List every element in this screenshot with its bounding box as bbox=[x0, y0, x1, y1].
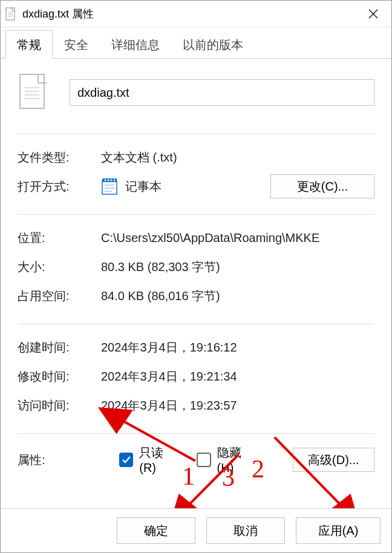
svg-point-15 bbox=[111, 180, 113, 182]
ok-button[interactable]: 确定 bbox=[117, 517, 195, 544]
advanced-button[interactable]: 高级(D)... bbox=[293, 448, 374, 472]
modified-value: 2024年3月4日，19:21:34 bbox=[101, 368, 374, 385]
notepad-icon bbox=[101, 177, 118, 195]
change-button[interactable]: 更改(C)... bbox=[270, 174, 374, 198]
svg-rect-11 bbox=[102, 181, 117, 194]
properties-dialog: dxdiag.txt 属性 常规 安全 详细信息 以前的版本 bbox=[0, 0, 392, 553]
tab-general[interactable]: 常规 bbox=[5, 30, 53, 59]
hidden-label: 隐藏(H) bbox=[217, 445, 256, 475]
tab-strip: 常规 安全 详细信息 以前的版本 bbox=[1, 27, 391, 59]
divider bbox=[18, 324, 374, 324]
modified-label: 修改时间: bbox=[18, 368, 101, 385]
file-icon-large bbox=[18, 73, 51, 112]
tab-previous-versions[interactable]: 以前的版本 bbox=[171, 30, 255, 59]
divider bbox=[18, 214, 374, 215]
open-with-label: 打开方式: bbox=[18, 178, 101, 195]
divider bbox=[18, 433, 374, 434]
size-label: 大小: bbox=[18, 259, 101, 275]
attributes-label: 属性: bbox=[18, 452, 101, 468]
svg-point-13 bbox=[105, 180, 106, 182]
location-label: 位置: bbox=[18, 230, 101, 246]
created-value: 2024年3月4日，19:16:12 bbox=[101, 339, 374, 356]
open-with-value: 记事本 bbox=[125, 178, 162, 195]
checkbox-icon bbox=[197, 453, 211, 467]
disk-size-value: 84.0 KB (86,016 字节) bbox=[101, 288, 374, 304]
close-button[interactable] bbox=[360, 1, 387, 27]
readonly-label: 只读(R) bbox=[139, 445, 178, 475]
svg-rect-0 bbox=[6, 8, 15, 20]
filename-row bbox=[18, 73, 374, 112]
dialog-footer: 确定 取消 应用(A) bbox=[1, 508, 391, 552]
cancel-button[interactable]: 取消 bbox=[206, 517, 285, 544]
divider bbox=[18, 134, 374, 134]
created-label: 创建时间: bbox=[18, 339, 101, 356]
filename-input[interactable] bbox=[70, 79, 374, 106]
disk-size-label: 占用空间: bbox=[18, 288, 101, 304]
apply-button[interactable]: 应用(A) bbox=[296, 517, 381, 544]
tab-content-general: 文件类型: 文本文档 (.txt) 打开方式: bbox=[1, 59, 391, 508]
filetype-value: 文本文档 (.txt) bbox=[101, 149, 374, 166]
tab-details[interactable]: 详细信息 bbox=[100, 30, 171, 59]
tab-security[interactable]: 安全 bbox=[53, 30, 100, 59]
svg-point-14 bbox=[108, 180, 109, 182]
titlebar: dxdiag.txt 属性 bbox=[1, 1, 391, 27]
location-value: C:\Users\zxl50\AppData\Roaming\MKKE bbox=[101, 231, 374, 245]
filetype-label: 文件类型: bbox=[18, 149, 101, 166]
accessed-label: 访问时间: bbox=[18, 398, 101, 414]
size-value: 80.3 KB (82,303 字节) bbox=[101, 259, 374, 275]
window-title: dxdiag.txt 属性 bbox=[22, 7, 360, 21]
readonly-checkbox[interactable]: 只读(R) bbox=[119, 445, 178, 475]
svg-point-16 bbox=[114, 180, 116, 182]
checkbox-icon bbox=[119, 453, 133, 467]
hidden-checkbox[interactable]: 隐藏(H) bbox=[197, 445, 256, 475]
file-icon bbox=[5, 7, 16, 21]
accessed-value: 2024年3月4日，19:23:57 bbox=[101, 398, 374, 414]
